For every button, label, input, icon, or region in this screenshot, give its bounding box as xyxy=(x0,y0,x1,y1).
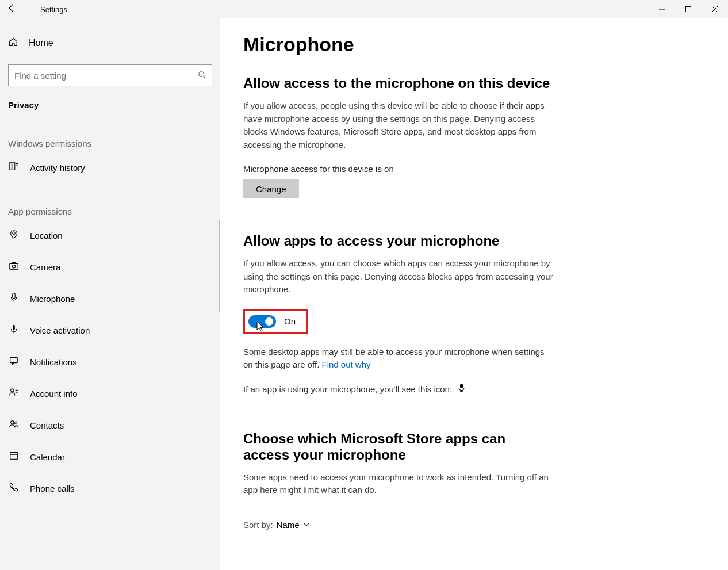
sidebar-item-contacts[interactable]: Contacts xyxy=(0,410,220,441)
activity-history-icon xyxy=(8,161,20,174)
sidebar-item-label: Activity history xyxy=(30,163,85,173)
sidebar-item-label: Notifications xyxy=(30,357,77,367)
microphone-status-icon xyxy=(458,383,465,396)
sidebar-item-label: Phone calls xyxy=(30,484,75,494)
svg-point-19 xyxy=(11,389,14,392)
sidebar-item-calendar[interactable]: Calendar xyxy=(0,441,220,473)
device-access-status: Microphone access for this device is on xyxy=(243,164,705,174)
main-content: Microphone Allow access to the microphon… xyxy=(220,18,728,570)
camera-icon xyxy=(8,261,20,274)
svg-point-22 xyxy=(11,421,14,424)
sidebar-home[interactable]: Home xyxy=(0,30,220,56)
account-info-icon xyxy=(8,387,20,400)
change-button[interactable]: Change xyxy=(243,179,299,198)
sidebar-item-location[interactable]: Location xyxy=(0,220,220,251)
section-heading-device-access: Allow access to the microphone on this d… xyxy=(243,75,705,91)
svg-rect-7 xyxy=(13,163,15,170)
calendar-icon xyxy=(8,450,20,464)
svg-rect-13 xyxy=(12,263,15,264)
sidebar-item-microphone[interactable]: Microphone xyxy=(0,283,220,315)
svg-rect-18 xyxy=(10,358,18,363)
sidebar-item-label: Location xyxy=(30,231,63,240)
search-input[interactable] xyxy=(14,71,198,81)
sidebar-item-label: Microphone xyxy=(30,294,75,304)
maximize-button[interactable] xyxy=(675,0,702,18)
sidebar-item-label: Account info xyxy=(30,389,78,399)
svg-rect-31 xyxy=(460,384,463,388)
svg-rect-1 xyxy=(686,7,691,12)
sidebar-item-label: Contacts xyxy=(30,420,64,430)
sidebar: Home Privacy Windows permissions Activit… xyxy=(0,18,220,570)
search-box[interactable] xyxy=(8,64,212,86)
scrollbar[interactable] xyxy=(219,220,220,312)
svg-point-12 xyxy=(12,265,15,268)
mic-in-use-note: If an app is using your microphone, you'… xyxy=(243,383,554,396)
svg-point-10 xyxy=(13,232,16,235)
svg-point-23 xyxy=(15,422,17,424)
location-icon xyxy=(8,229,20,242)
section-desc-store-apps: Some apps need to access your microphone… xyxy=(243,471,554,497)
phone-icon xyxy=(8,482,20,495)
sidebar-item-camera[interactable]: Camera xyxy=(0,251,220,283)
page-title: Microphone xyxy=(243,33,705,56)
section-heading-app-access: Allow apps to access your microphone xyxy=(243,233,705,249)
sidebar-home-label: Home xyxy=(29,38,53,48)
find-out-why-link[interactable]: Find out why xyxy=(322,359,371,369)
contacts-icon xyxy=(8,419,20,432)
search-icon xyxy=(198,71,206,81)
sidebar-item-phone-calls[interactable]: Phone calls xyxy=(0,473,220,504)
sidebar-item-notifications[interactable]: Notifications xyxy=(0,346,220,378)
home-icon xyxy=(8,37,18,49)
toggle-knob xyxy=(265,317,273,326)
svg-rect-14 xyxy=(13,293,16,299)
sidebar-group-windows-permissions: Windows permissions xyxy=(0,116,220,152)
sidebar-item-label: Camera xyxy=(30,262,60,272)
sort-by-row[interactable]: Sort by: Name xyxy=(243,520,705,530)
svg-line-5 xyxy=(204,76,206,78)
svg-rect-6 xyxy=(10,163,12,170)
sidebar-item-activity-history[interactable]: Activity history xyxy=(0,152,220,183)
back-button[interactable] xyxy=(0,3,23,15)
sidebar-item-label: Calendar xyxy=(30,452,65,462)
microphone-icon xyxy=(8,292,20,305)
minimize-button[interactable] xyxy=(649,0,675,18)
voice-activation-icon xyxy=(8,324,20,337)
toggle-state-label: On xyxy=(284,316,296,326)
note-text-b: If an app is using your microphone, you'… xyxy=(243,384,452,394)
sidebar-group-app-permissions: App permissions xyxy=(0,183,220,220)
svg-rect-16 xyxy=(13,325,15,330)
section-desc-app-access: If you allow access, you can choose whic… xyxy=(243,257,554,296)
section-heading-store-apps: Choose which Microsoft Store apps can ac… xyxy=(243,431,554,463)
app-access-toggle[interactable] xyxy=(248,315,276,328)
sidebar-item-voice-activation[interactable]: Voice activation xyxy=(0,315,220,346)
sidebar-item-account-info[interactable]: Account info xyxy=(0,378,220,410)
sidebar-category: Privacy xyxy=(0,86,220,116)
sort-value: Name xyxy=(277,520,300,530)
window-title: Settings xyxy=(23,5,67,14)
svg-rect-24 xyxy=(10,453,18,460)
notifications-icon xyxy=(8,355,20,369)
note-text-a: Some desktop apps may still be able to a… xyxy=(243,347,545,370)
app-access-toggle-highlight: On xyxy=(243,309,308,334)
desktop-apps-note: Some desktop apps may still be able to a… xyxy=(243,346,554,372)
chevron-down-icon xyxy=(303,521,310,528)
section-desc-device-access: If you allow access, people using this d… xyxy=(243,100,554,151)
close-button[interactable] xyxy=(702,0,728,18)
svg-rect-11 xyxy=(10,263,18,269)
sidebar-item-label: Voice activation xyxy=(30,326,90,335)
svg-point-4 xyxy=(199,71,204,76)
sort-label: Sort by: xyxy=(243,520,273,530)
title-bar: Settings xyxy=(0,0,728,18)
